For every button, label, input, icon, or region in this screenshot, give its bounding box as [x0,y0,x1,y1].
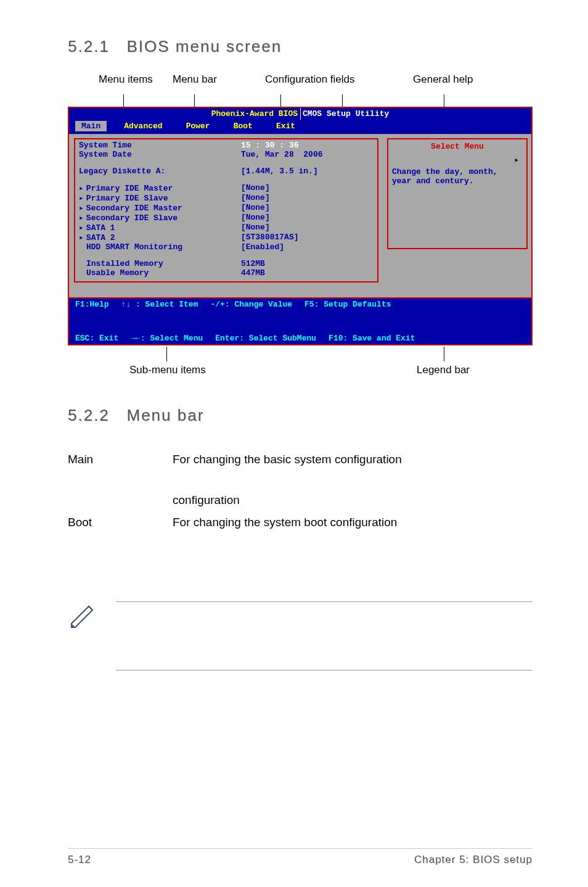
value-secondary-ide-master[interactable]: [None] [241,203,374,213]
help-text-line-2: year and century. [392,176,523,186]
submenu-arrow-icon: ▸ [79,184,84,193]
help-text-line-1: Change the day, month, [392,167,523,176]
bios-menu-bar: Main Advanced Power Boot Exit [69,120,531,134]
legend-bar: F1:Help ↑↓ : Select Item -/+: Change Val… [69,297,531,344]
callout-general-help: General help [413,73,473,86]
submenu-arrow-icon: ▸ [79,194,84,203]
tab-main[interactable]: Main [75,121,107,131]
top-callout-row: Menu items Menu bar Configuration fields… [86,73,533,91]
select-menu-title: Select Menu [392,142,523,151]
value-system-time[interactable]: 15 : 30 : 36 [241,141,374,150]
desc-boot-value: For changing the system boot configurati… [173,511,533,534]
value-secondary-ide-slave[interactable]: [None] [241,213,374,223]
menu-bar-description-table: Main For changing the basic system confi… [68,448,533,534]
bios-title-bar: Phoenix-Award BIOS CMOS Setup Utility [69,108,531,120]
legend-select-item: ↑↓ : Select Item [121,300,198,309]
value-primary-ide-master[interactable]: [None] [241,183,374,193]
value-legacy-diskette[interactable]: [1.44M, 3.5 in.] [241,167,374,176]
tab-boot[interactable]: Boot [227,121,259,131]
label-secondary-ide-slave: ▸Secondary IDE Slave [79,213,241,223]
callout-menu-bar: Menu bar [173,73,217,86]
legend-select-menu: →←: Select Menu [131,334,203,343]
legend-change-value: -/+: Change Value [210,300,292,309]
section-number: 5.2.1 [68,37,110,56]
general-help-box: Select Menu ▸ Change the day, month, yea… [387,138,528,249]
callout-menu-items: Menu items [99,73,153,86]
bios-title-right: CMOS Setup Utility [298,109,389,118]
legend-f10-save: F10: Save and Exit [329,334,415,343]
tab-power[interactable]: Power [180,121,216,131]
right-arrow-icon: ▸ [392,155,523,165]
value-sata-1[interactable]: [None] [241,223,374,233]
footer-chapter: Chapter 5: BIOS setup [414,854,533,866]
bottom-callouts: Sub-menu items Legend bar [68,347,533,381]
footer-page-number: 5-12 [68,854,91,866]
label-sata-1: ▸SATA 1 [79,223,241,233]
label-primary-ide-slave: ▸Primary IDE Slave [79,193,241,203]
legend-f5-defaults: F5: Setup Defaults [304,300,391,309]
submenu-arrow-icon: ▸ [79,223,84,233]
desc-main-value: For changing the basic system configurat… [173,448,533,471]
submenu-arrow-icon: ▸ [79,233,84,242]
tab-advanced[interactable]: Advanced [118,121,168,131]
note-lines [116,601,533,670]
label-usable-memory: Usable Memory [79,268,241,278]
callout-legend-bar: Legend bar [417,364,470,376]
section-5-2-2-title: 5.2.2 Menu bar [68,406,533,425]
callout-config-fields: Configuration fields [265,73,355,86]
legend-f1-help: F1:Help [75,300,109,309]
value-hdd-smart[interactable]: [Enabled] [241,242,374,252]
value-system-date[interactable]: Tue, Mar 28 2006 [241,150,374,159]
legend-esc-exit: ESC: Exit [75,334,118,343]
value-installed-memory: 512MB [241,259,374,268]
callout-sub-menu-items: Sub-menu items [129,364,206,376]
section-number-2: 5.2.2 [68,406,110,424]
label-hdd-smart: HDD SMART Monitoring [79,242,241,252]
label-legacy-diskette: Legacy Diskette A: [79,167,241,176]
submenu-arrow-icon: ▸ [79,204,84,213]
svg-line-1 [89,606,92,610]
legend-enter-submenu: Enter: Select SubMenu [215,334,316,343]
label-secondary-ide-master: ▸Secondary IDE Master [79,203,241,213]
value-primary-ide-slave[interactable]: [None] [241,193,374,203]
label-installed-memory: Installed Memory [79,259,241,268]
bios-title-left: Phoenix-Award BIOS [211,109,298,118]
desc-config-line: configuration [173,489,533,511]
section-5-2-1-title: 5.2.1 BIOS menu screen [68,37,533,56]
value-usable-memory: 447MB [241,268,374,278]
desc-boot-key: Boot [68,511,173,534]
label-system-date: System Date [79,150,241,159]
label-sata-2: ▸SATA 2 [79,233,241,242]
section-name: BIOS menu screen [127,37,282,56]
label-system-time: System Time [79,141,241,150]
bios-screen: Phoenix-Award BIOS CMOS Setup Utility Ma… [68,107,533,345]
label-primary-ide-master: ▸Primary IDE Master [79,183,241,193]
section-name-2: Menu bar [127,406,205,424]
config-fields-box: System Time15 : 30 : 36 System DateTue, … [74,138,378,283]
svg-marker-0 [71,606,92,627]
page-footer: 5-12 Chapter 5: BIOS setup [68,848,533,866]
pencil-icon [68,601,97,633]
tab-exit[interactable]: Exit [270,121,301,131]
desc-main-key: Main [68,448,173,471]
value-sata-2[interactable]: [ST380817AS] [241,233,374,242]
note-block [68,601,533,670]
submenu-arrow-icon: ▸ [79,213,84,223]
